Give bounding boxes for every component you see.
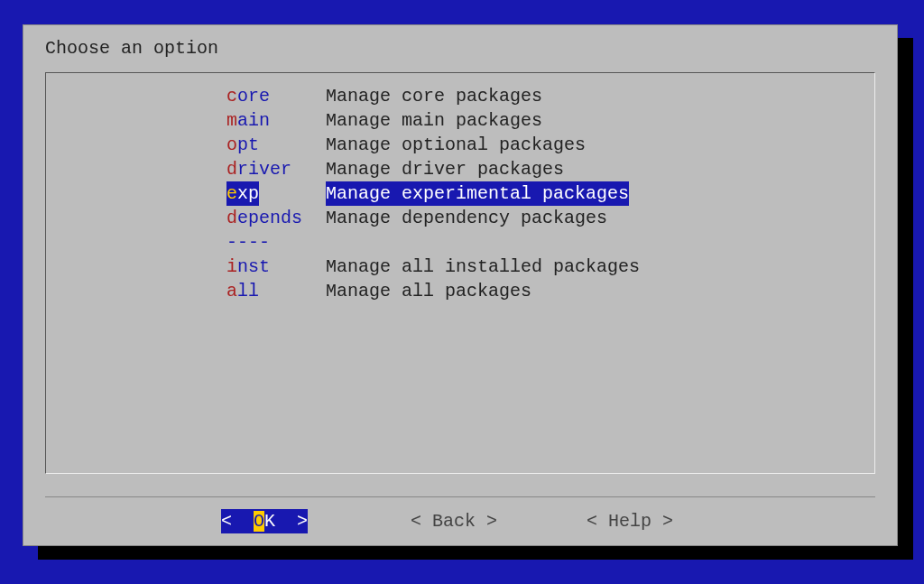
help-button[interactable]: < Help > [587,511,673,532]
menu-item-main[interactable]: main Manage main packages [226,108,874,133]
dialog-title: Choose an option [45,38,218,59]
menu-item-exp[interactable]: exp Manage experimental packages [226,181,874,206]
ok-button[interactable]: < OK > [221,509,308,533]
menu-container: core Manage core packages main Manage ma… [45,72,875,474]
dialog-box: Choose an option core Manage core packag… [23,24,898,546]
menu-item-all[interactable]: all Manage all packages [226,279,874,303]
menu-item-depends[interactable]: depends Manage dependency packages [226,206,874,230]
menu-item-driver[interactable]: driver Manage driver packages [226,157,874,181]
menu-list: core Manage core packages main Manage ma… [226,84,874,303]
menu-item-inst[interactable]: inst Manage all installed packages [226,255,874,279]
button-bar: < OK > < Back > < Help > [45,496,875,545]
back-button[interactable]: < Back > [411,511,497,532]
menu-item-opt[interactable]: opt Manage optional packages [226,133,874,157]
menu-item-core[interactable]: core Manage core packages [226,84,874,108]
menu-separator: ---- [226,230,874,255]
